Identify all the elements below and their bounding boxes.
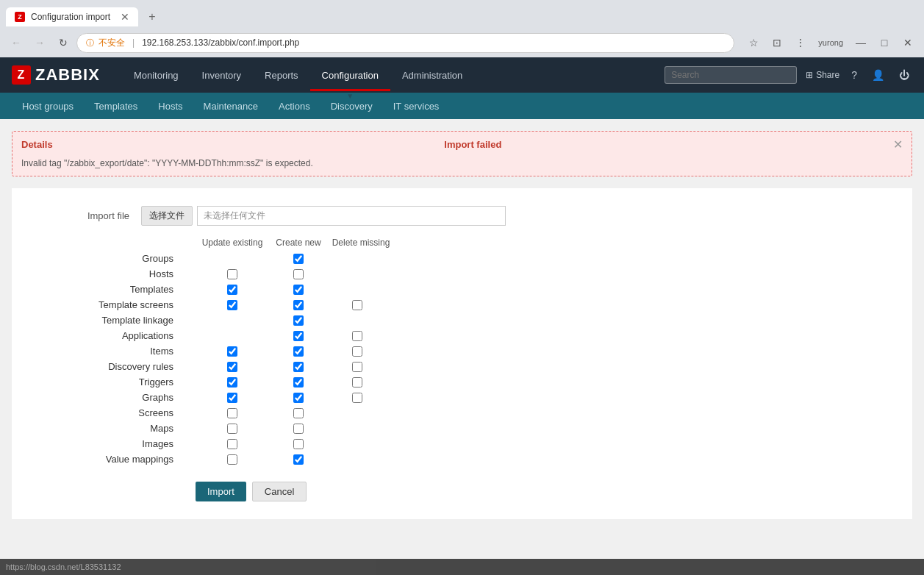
bookmark-button[interactable]: ☆ — [743, 32, 764, 53]
tscreens-create-checkbox[interactable] — [269, 300, 328, 310]
triggers-update-checkbox[interactable] — [196, 377, 269, 388]
maps-update-checkbox[interactable] — [196, 424, 269, 434]
graphs-update-input[interactable] — [227, 393, 237, 403]
triggers-create-checkbox[interactable] — [269, 377, 328, 388]
items-delete-checkbox[interactable] — [328, 346, 387, 357]
drules-create-input[interactable] — [293, 362, 304, 372]
subnav-hosts[interactable]: Hosts — [148, 95, 193, 118]
back-button[interactable]: ← — [6, 32, 26, 53]
subnav-templates[interactable]: Templates — [84, 95, 148, 118]
apps-create-checkbox[interactable] — [269, 331, 328, 341]
templates-update-checkbox[interactable] — [196, 285, 269, 295]
nav-monitoring[interactable]: Monitoring — [122, 60, 190, 91]
tlinkage-create-input[interactable] — [293, 315, 304, 326]
tscreens-update-input[interactable] — [227, 300, 237, 310]
minimize-button[interactable]: — — [850, 32, 871, 53]
apps-delete-input[interactable] — [352, 331, 362, 341]
templates-create-input[interactable] — [293, 285, 304, 295]
hosts-update-checkbox[interactable] — [196, 269, 269, 279]
items-create-input[interactable] — [293, 346, 304, 357]
images-create-input[interactable] — [293, 439, 304, 449]
share-button[interactable]: ⊞ Share — [806, 70, 839, 80]
alert-title: Details — [21, 139, 53, 150]
drules-update-input[interactable] — [227, 362, 237, 372]
help-button[interactable]: ? — [848, 66, 860, 84]
maximize-button[interactable]: □ — [874, 32, 895, 53]
maps-create-checkbox[interactable] — [269, 424, 328, 434]
tab-close-button[interactable]: ✕ — [121, 12, 129, 22]
apps-create-input[interactable] — [293, 331, 304, 341]
graphs-create-input[interactable] — [293, 393, 304, 403]
logout-button[interactable]: ⏻ — [896, 66, 912, 84]
import-button[interactable]: Import — [196, 482, 246, 501]
templates-create-checkbox[interactable] — [269, 285, 328, 295]
row-label-template-linkage: Template linkage — [41, 315, 196, 326]
drules-update-checkbox[interactable] — [196, 362, 269, 372]
drules-delete-checkbox[interactable] — [328, 362, 387, 372]
triggers-delete-input[interactable] — [352, 377, 362, 388]
screens-create-checkbox[interactable] — [269, 408, 328, 418]
nav-administration[interactable]: Administration — [390, 60, 474, 91]
templates-update-input[interactable] — [227, 285, 237, 295]
items-delete-input[interactable] — [352, 346, 362, 357]
subnav-actions[interactable]: Actions — [268, 95, 320, 118]
drules-create-checkbox[interactable] — [269, 362, 328, 372]
maps-update-input[interactable] — [227, 424, 237, 434]
drules-delete-input[interactable] — [352, 362, 362, 372]
subnav-it-services[interactable]: IT services — [383, 95, 450, 118]
screens-create-input[interactable] — [293, 408, 304, 418]
vmappings-update-checkbox[interactable] — [196, 454, 269, 465]
tlinkage-create-checkbox[interactable] — [269, 315, 328, 326]
vmappings-create-input[interactable] — [293, 454, 304, 465]
alert-close-button[interactable]: ✕ — [893, 138, 903, 151]
groups-create-checkbox[interactable] — [269, 254, 328, 264]
nav-reports[interactable]: Reports — [253, 60, 310, 91]
tscreens-delete-checkbox[interactable] — [328, 300, 387, 310]
vmappings-update-input[interactable] — [227, 454, 237, 465]
groups-create-input[interactable] — [293, 254, 304, 264]
apps-delete-checkbox[interactable] — [328, 331, 387, 341]
graphs-delete-input[interactable] — [352, 393, 362, 403]
screens-update-input[interactable] — [227, 408, 237, 418]
graphs-delete-checkbox[interactable] — [328, 393, 387, 403]
images-create-checkbox[interactable] — [269, 439, 328, 449]
tscreens-delete-input[interactable] — [352, 300, 362, 310]
cancel-button[interactable]: Cancel — [252, 482, 307, 501]
nav-inventory[interactable]: Inventory — [190, 60, 253, 91]
images-update-input[interactable] — [227, 439, 237, 449]
form-actions: Import Cancel — [41, 482, 883, 501]
vmappings-create-checkbox[interactable] — [269, 454, 328, 465]
user-menu-button[interactable]: 👤 — [869, 66, 887, 84]
subnav-maintenance[interactable]: Maintenance — [193, 95, 268, 118]
triggers-update-input[interactable] — [227, 377, 237, 388]
screens-update-checkbox[interactable] — [196, 408, 269, 418]
cast-button[interactable]: ⊡ — [767, 32, 787, 53]
row-label-templates: Templates — [41, 284, 196, 295]
tscreens-update-checkbox[interactable] — [196, 300, 269, 310]
subnav-host-groups[interactable]: Host groups — [12, 95, 84, 118]
items-update-checkbox[interactable] — [196, 346, 269, 357]
hosts-update-input[interactable] — [227, 269, 237, 279]
graphs-update-checkbox[interactable] — [196, 393, 269, 403]
extensions-button[interactable]: ⋮ — [790, 32, 811, 53]
maps-create-input[interactable] — [293, 424, 304, 434]
active-tab[interactable]: Z Configuration import ✕ — [6, 7, 138, 26]
new-tab-button[interactable]: + — [141, 6, 163, 28]
triggers-delete-checkbox[interactable] — [328, 377, 387, 388]
main-nav: Z ZABBIX Monitoring Inventory Reports Co… — [0, 57, 924, 93]
choose-file-button[interactable]: 选择文件 — [141, 206, 193, 226]
search-input[interactable] — [665, 66, 797, 84]
close-window-button[interactable]: ✕ — [898, 32, 918, 53]
items-update-input[interactable] — [227, 346, 237, 357]
refresh-button[interactable]: ↻ — [53, 32, 74, 53]
address-bar[interactable]: ⓘ 不安全 | 192.168.253.133/zabbix/conf.impo… — [76, 33, 734, 53]
hosts-create-checkbox[interactable] — [269, 269, 328, 279]
forward-button[interactable]: → — [29, 32, 50, 53]
nav-configuration[interactable]: Configuration — [310, 60, 390, 91]
items-create-checkbox[interactable] — [269, 346, 328, 357]
triggers-create-input[interactable] — [293, 377, 304, 388]
graphs-create-checkbox[interactable] — [269, 393, 328, 403]
tscreens-create-input[interactable] — [293, 300, 304, 310]
images-update-checkbox[interactable] — [196, 439, 269, 449]
hosts-create-input[interactable] — [293, 269, 304, 279]
